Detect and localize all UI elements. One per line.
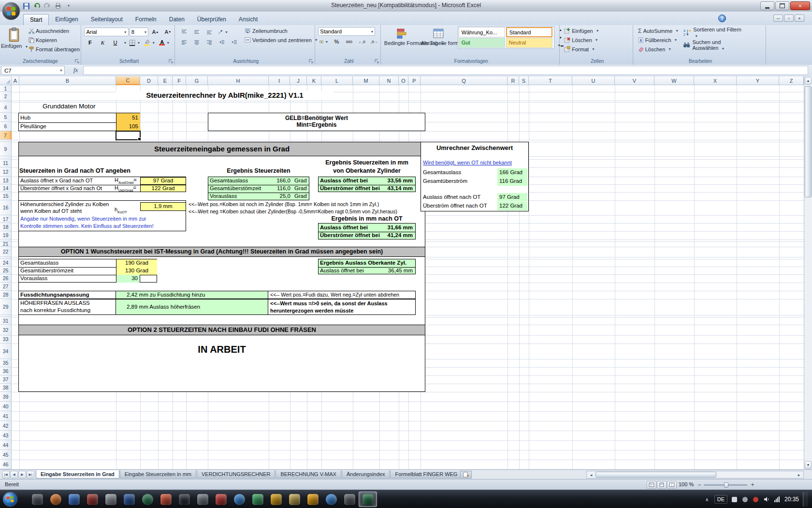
column-header-D[interactable]: D (140, 76, 158, 85)
column-header-O[interactable]: O (399, 76, 408, 85)
tray-app-icon[interactable] (731, 496, 738, 503)
bold-button[interactable]: F (84, 38, 96, 47)
sheet-tab[interactable]: BERECHNUNG V-MAX (276, 470, 341, 478)
row-header-42[interactable]: 42 (0, 421, 12, 431)
start-button[interactable] (2, 492, 18, 507)
select-all-corner[interactable] (0, 76, 12, 85)
umrechner-row-value[interactable]: 116 Grad (497, 177, 527, 186)
taskbar-app-button[interactable] (193, 492, 212, 507)
page-layout-view-button[interactable] (657, 481, 667, 489)
tray-app-icon[interactable] (753, 496, 759, 503)
row-header-11[interactable]: 11 (0, 159, 12, 167)
decrease-decimal-button[interactable]: ,0→ (368, 37, 380, 46)
taskbar-app-button[interactable] (212, 492, 230, 507)
shrink-font-button[interactable]: A▼ (162, 27, 174, 37)
row-header-16[interactable]: 16 (0, 200, 12, 215)
decrease-indent-button[interactable] (216, 38, 228, 47)
zoom-in-button[interactable]: + (749, 481, 756, 488)
conditional-formatting-button[interactable]: Bedingte Formatierung ▼ (384, 26, 419, 46)
row-header-25[interactable]: 25 (0, 267, 12, 274)
row-header-38[interactable]: 38 (0, 384, 12, 392)
row-header-40[interactable]: 40 (0, 402, 12, 411)
format-painter-button[interactable]: Format übertragen (27, 45, 81, 54)
ribbon-tab-ansicht[interactable]: Ansicht (232, 14, 264, 25)
taskbar-app-button[interactable] (138, 492, 157, 507)
row-header-33[interactable]: 33 (0, 335, 12, 344)
increase-indent-button[interactable] (229, 38, 240, 47)
office-button[interactable] (1, 1, 21, 21)
scroll-right-icon[interactable]: ▶ (795, 472, 803, 478)
comma-style-button[interactable]: 000 (343, 37, 355, 46)
ribbon-tab-einfügen[interactable]: Einfügen (49, 14, 84, 25)
font-color-button[interactable]: A▼ (158, 38, 171, 47)
dialog-launcher-icon[interactable] (375, 59, 379, 64)
fill-button[interactable]: Füllbereich▼ (637, 35, 681, 45)
row-header-19[interactable]: 19 (0, 231, 12, 239)
align-bottom-button[interactable] (203, 27, 215, 37)
row-header-9[interactable]: 9 (0, 142, 12, 156)
ribbon-tab-seitenlayout[interactable]: Seitenlayout (85, 14, 129, 25)
volume-icon[interactable] (763, 496, 770, 503)
row-header-2[interactable]: 2 (0, 92, 12, 101)
row-header-7[interactable]: 7 (0, 131, 12, 140)
scroll-up-icon[interactable]: ▲ (805, 77, 812, 85)
taskbar-app-button[interactable] (65, 492, 83, 507)
taskbar-app-button[interactable] (267, 492, 285, 507)
insert-worksheet-button[interactable] (460, 471, 472, 478)
name-box[interactable]: C7▼ (1, 66, 65, 75)
workbook-restore-button[interactable]: ▫ (784, 15, 794, 22)
last-sheet-button[interactable]: ▶| (27, 471, 34, 478)
row-header-32[interactable]: 32 (0, 325, 12, 335)
underline-button[interactable]: U (109, 38, 121, 47)
option1-row-value[interactable]: 30 (116, 275, 140, 283)
cell-style-währung_ko...[interactable]: Währung_Ko... (459, 27, 505, 37)
row-header-12[interactable]: 12 (0, 167, 12, 177)
column-header-L[interactable]: L (321, 76, 353, 85)
first-sheet-button[interactable]: |◀ (2, 471, 10, 478)
column-header-U[interactable]: U (572, 76, 615, 85)
increase-decimal-button[interactable]: ←,0 (356, 37, 367, 46)
row-header-22[interactable]: 22 (0, 247, 12, 257)
normal-view-button[interactable] (647, 481, 656, 489)
column-header-Q[interactable]: Q (420, 76, 508, 85)
column-header-G[interactable]: G (186, 76, 208, 85)
close-button[interactable]: × (790, 1, 810, 10)
show-desktop-button[interactable] (803, 492, 808, 507)
row-header-18[interactable]: 18 (0, 223, 12, 231)
column-header-H[interactable]: H (208, 76, 269, 85)
column-header-B[interactable]: B (19, 76, 116, 85)
format-cells-button[interactable]: Format▼ (563, 45, 632, 54)
column-header-A[interactable]: A (12, 76, 19, 85)
column-header-I[interactable]: I (269, 76, 290, 85)
column-header-R[interactable]: R (508, 76, 519, 85)
hidden-icons-chevron-icon[interactable]: ∧ (704, 496, 710, 503)
row-header-39[interactable]: 39 (0, 392, 12, 402)
ribbon-tab-start[interactable]: Start (23, 14, 49, 26)
column-header-P[interactable]: P (408, 76, 420, 85)
dialog-launcher-icon[interactable] (309, 59, 314, 64)
umrechner-row-value[interactable]: 166 Grad (497, 168, 527, 177)
network-icon[interactable] (774, 496, 781, 503)
chevron-down-icon[interactable]: ▼ (123, 41, 127, 45)
umrechner-row-value[interactable]: 97 Grad (497, 193, 527, 201)
align-center-button[interactable] (191, 38, 203, 47)
row-header-43[interactable]: 43 (0, 431, 12, 440)
umrechner-row-value[interactable]: 122 Grad (497, 202, 527, 210)
zoom-level[interactable]: 100 % (679, 481, 694, 487)
restore-button[interactable] (775, 1, 789, 10)
column-header-E[interactable]: E (158, 76, 173, 85)
row-header-13[interactable]: 13 (0, 177, 12, 184)
row-header-35[interactable]: 35 (0, 359, 12, 367)
taskbar-app-button[interactable] (322, 492, 340, 507)
ribbon-tab-formeln[interactable]: Formeln (129, 14, 163, 25)
cell-style-gut[interactable]: Gut (459, 38, 505, 48)
borders-button[interactable]: ▼ (128, 38, 142, 47)
row-header-6[interactable]: 6 (0, 122, 12, 131)
row-header-17[interactable]: 17 (0, 215, 12, 223)
align-right-button[interactable] (203, 38, 215, 47)
align-middle-button[interactable] (191, 27, 203, 37)
ueberstroemer-grad-value-cell[interactable]: 122 Grad (140, 185, 186, 192)
taskbar-app-button[interactable] (285, 492, 304, 507)
taskbar-app-button[interactable] (157, 492, 175, 507)
column-header-F[interactable]: F (173, 76, 186, 85)
